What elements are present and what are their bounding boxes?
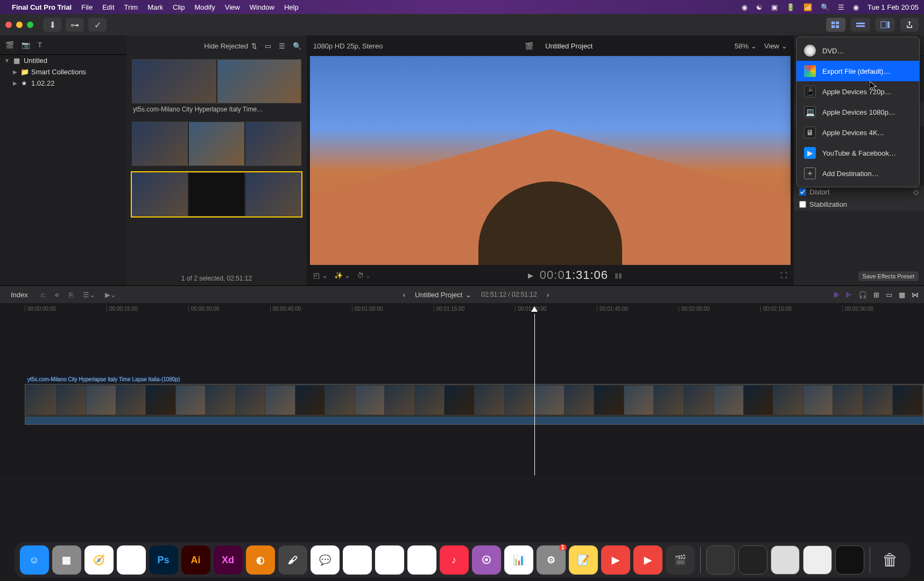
menu-file[interactable]: File [81,3,93,11]
viewer-timecode[interactable]: 00:01:31:06 [540,268,608,282]
dock-item-messenger[interactable]: 💬 [311,545,340,575]
layout-timeline-button[interactable] [851,18,870,32]
menu-mark[interactable]: Mark [147,3,163,11]
play-button[interactable]: ▶ [528,271,533,279]
dock-item-photoshop[interactable]: Ps [149,545,178,575]
dock-item-anydesk1[interactable]: ▶ [601,545,630,575]
menubar-datetime[interactable]: Tue 1 Feb 20:05 [867,3,919,11]
timeline-clip[interactable]: yt5s.com-Milano City Hyperlapse Italy Ti… [25,384,924,425]
timeline-index-button[interactable]: Index [5,290,33,300]
filter-dropdown[interactable]: Hide Rejected ⇅ [204,42,257,50]
disclosure-triangle-icon[interactable]: ▶ [13,80,17,86]
share-item-apple-4k[interactable]: 🖥 Apple Devices 4K… [796,122,919,143]
photos-tab-icon[interactable]: 📷 [22,41,30,49]
dock-trash[interactable]: 🗑 [876,545,905,575]
fullscreen-icon[interactable]: ⛶ [780,271,787,279]
dock-recent-window1[interactable] [706,545,735,575]
close-button[interactable] [5,22,12,28]
status-record-icon[interactable]: ◉ [742,3,747,11]
connect-clip-icon[interactable]: ⎌ [39,291,47,299]
disclosure-triangle-icon[interactable]: ▶ [13,69,17,75]
zoom-button[interactable] [27,22,33,28]
dock-item-notes[interactable]: 📝 [569,545,598,575]
app-menu[interactable]: Final Cut Pro Trial [12,3,72,11]
transitions-browser-icon[interactable]: ⋈ [912,291,919,299]
share-item-apple-1080p[interactable]: 💻 Apple Devices 1080p… [796,102,919,122]
dock-item-numbers[interactable]: 📊 [504,545,533,575]
status-control-center-icon[interactable]: ☰ [838,3,844,11]
section-distort[interactable]: Distort ◇ [794,186,924,198]
list-view-icon[interactable]: ☰ [279,42,285,50]
enhance-tool-dropdown[interactable]: ✨ ⌄ [334,271,351,279]
timeline-audio-waveform[interactable] [25,417,923,424]
insert-clip-icon[interactable]: ⎆ [53,291,61,299]
dock-item-maps[interactable]: 🗺 [375,545,404,575]
snapping-icon[interactable]: ⊞ [873,291,879,299]
view-dropdown[interactable]: View ⌄ [764,42,787,50]
menu-trim[interactable]: Trim [124,3,138,11]
save-effects-preset-button[interactable]: Save Effects Preset [858,271,919,281]
layout-inspector-button[interactable] [876,18,895,32]
dock-item-podcasts[interactable]: ⦿ [472,545,501,575]
playhead[interactable] [534,314,535,475]
clip-appearance-icon[interactable]: ▭ [265,42,271,50]
append-clip-icon[interactable]: ⎘ [67,291,75,299]
share-button[interactable] [900,18,919,32]
status-obs-icon[interactable]: ▣ [771,3,778,11]
audio-meter-icon[interactable]: ▮▮ [615,271,622,279]
dock-item-launchpad[interactable]: ▦ [52,545,81,575]
dock-item-photos[interactable]: ✿ [407,545,436,575]
timeline-history-back[interactable]: ‹ [403,291,405,299]
distort-checkbox[interactable] [799,188,806,195]
status-siri-icon[interactable]: ◉ [853,3,859,11]
background-tasks-button[interactable]: ✓ [88,18,107,32]
import-button[interactable]: ⬇ [43,18,61,32]
share-item-youtube-facebook[interactable]: ▶ YouTube & Facebook… [796,143,919,163]
menu-modify[interactable]: Modify [194,3,215,11]
dock-item-anydesk2[interactable]: ▶ [633,545,662,575]
dock-item-music[interactable]: ♪ [440,545,469,575]
dock-item-settings[interactable]: ⚙1 [537,545,566,575]
dock-item-illustrator[interactable]: Ai [181,545,210,575]
share-item-dvd[interactable]: DVD… [796,40,919,61]
dock-item-chrome[interactable]: ◎ [117,545,146,575]
browser-clip-selected[interactable] [132,172,301,216]
section-stabilization[interactable]: Stabilization [794,198,924,211]
effects-browser-icon[interactable]: ▦ [899,291,905,299]
status-cc-icon[interactable]: ☯ [756,3,763,11]
menu-clip[interactable]: Clip [173,3,185,11]
dock-item-blender[interactable]: ◐ [246,545,275,575]
disclosure-triangle-icon[interactable]: ▼ [4,58,10,64]
zoom-dropdown[interactable]: 58% ⌄ [735,42,757,50]
menu-window[interactable]: Window [250,3,274,11]
sidebar-item-library[interactable]: ▼ ▦ Untitled [0,55,126,66]
share-item-export-file[interactable]: Export File (default)… [796,61,919,81]
dock-recent-window5[interactable] [835,545,864,575]
dock-item-xd[interactable]: Xd [214,545,243,575]
status-search-icon[interactable]: 🔍 [821,3,829,11]
overwrite-clip-icon[interactable]: ☰⌄ [81,291,97,299]
keyword-button[interactable]: ⊶ [66,18,84,32]
dock-item-safari[interactable]: 🧭 [84,545,114,575]
timeline-project-dropdown[interactable]: Untitled Project ⌄ [415,291,471,299]
sidebar-item-event[interactable]: ▶ ★ 1.02.22 [0,78,126,89]
viewer-canvas[interactable] [310,56,791,265]
skimming-icon[interactable]: ⊪ [834,291,840,299]
dock-item-krita[interactable]: 🖌 [278,545,307,575]
menu-help[interactable]: Help [284,3,299,11]
timeline-body[interactable]: yt5s.com-Milano City Hyperlapse Italy Ti… [0,314,924,475]
dock-item-finder[interactable]: ☺ [20,545,49,575]
share-item-add-destination[interactable]: ＋ Add Destination… [796,163,919,184]
timeline-ruler[interactable]: 00:00:00:00 00:00:15:00 00:00:30:00 00:0… [0,303,924,314]
sidebar-item-smart-collections[interactable]: ▶ 📁 Smart Collections [0,66,126,78]
browser-clip[interactable] [132,122,301,166]
search-icon[interactable]: 🔍 [293,42,301,50]
menu-view[interactable]: View [225,3,240,11]
status-battery-icon[interactable]: 🔋 [786,3,795,11]
arrow-tool-dropdown[interactable]: ▶⌄ [103,291,118,299]
solo-icon[interactable]: 🎧 [858,291,867,299]
share-item-apple-720p[interactable]: 📱 Apple Devices 720p… [796,81,919,102]
status-wifi-icon[interactable]: 📶 [803,3,812,11]
dock-recent-window4[interactable] [803,545,832,575]
keyframe-icon[interactable]: ◇ [913,188,919,196]
